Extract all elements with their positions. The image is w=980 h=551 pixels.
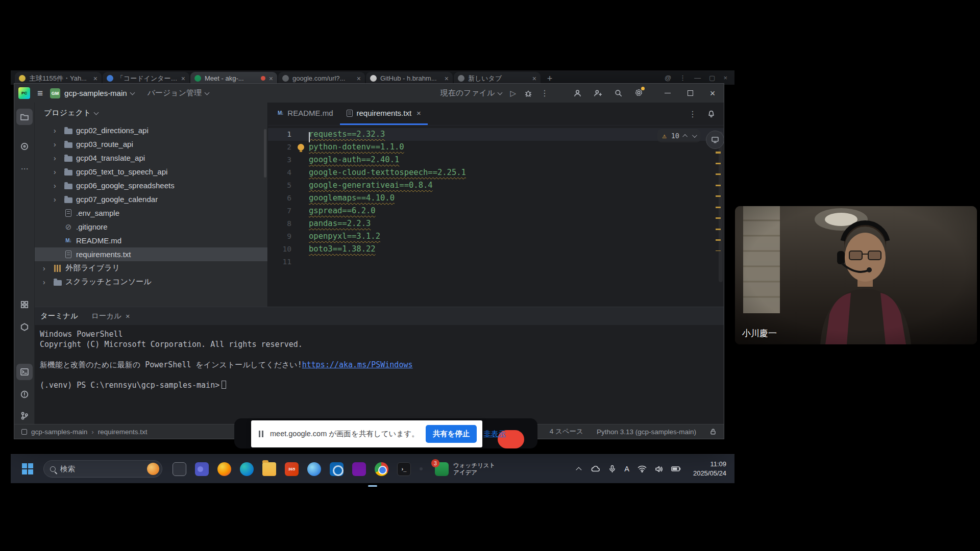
browser-close-icon[interactable]: × bbox=[723, 74, 727, 82]
tab-close-icon[interactable]: × bbox=[445, 74, 449, 83]
next-problem-icon[interactable] bbox=[692, 133, 697, 138]
main-menu-icon[interactable]: ≡ bbox=[37, 88, 43, 99]
code-with-me-icon[interactable] bbox=[573, 89, 582, 97]
project-name[interactable]: gcp-samples-main bbox=[64, 89, 127, 97]
edge-icon[interactable] bbox=[240, 462, 254, 476]
outlook-icon[interactable] bbox=[330, 462, 344, 476]
problems-icon[interactable] bbox=[16, 386, 33, 403]
maximize-button[interactable] bbox=[679, 84, 701, 103]
project-panel-header[interactable]: プロジェクト bbox=[35, 103, 267, 123]
debug-icon[interactable] bbox=[524, 89, 532, 97]
terminal-session-tab[interactable]: ローカル × bbox=[91, 311, 130, 321]
editor-area[interactable]: 1requests==2.32.3 2python-dotenv==1.1.0 … bbox=[268, 126, 724, 307]
powershell-update-link[interactable]: https://aka.ms/PSWindows bbox=[302, 360, 413, 369]
hide-banner-link[interactable]: 非表示 bbox=[483, 429, 506, 439]
tree-item-scratches[interactable]: ›スクラッチとコンソール bbox=[35, 275, 267, 289]
lock-icon[interactable] bbox=[709, 428, 717, 435]
tree-item-requirements-selected[interactable]: requirements.txt bbox=[35, 247, 267, 261]
commit-tool-icon[interactable] bbox=[16, 138, 33, 155]
editor-options-icon[interactable]: ⋮ bbox=[689, 109, 697, 119]
microphone-icon[interactable] bbox=[608, 465, 616, 473]
notifications-bell-icon[interactable] bbox=[707, 110, 716, 118]
weather-icon[interactable] bbox=[147, 463, 159, 475]
pycharm-taskbar-item-active[interactable] bbox=[420, 467, 423, 470]
taskbar-search[interactable]: 検索 bbox=[43, 460, 162, 478]
tree-item-folder[interactable]: ›gcp06_google_spreadsheets bbox=[35, 179, 267, 192]
intention-bulb-icon[interactable] bbox=[298, 144, 304, 151]
screen-share-indicator-icon[interactable] bbox=[706, 131, 724, 149]
run-button[interactable]: ▷ bbox=[510, 89, 516, 98]
project-scrollbar[interactable] bbox=[264, 129, 266, 178]
start-button[interactable] bbox=[19, 460, 36, 478]
teams-icon[interactable] bbox=[195, 462, 209, 476]
taskbar-clock[interactable]: 11:09 2025/05/24 bbox=[693, 460, 726, 478]
code-text: google-cloud-texttospeech==2.25.1 bbox=[291, 166, 466, 179]
terminal-app-icon[interactable]: ›_ bbox=[397, 462, 411, 476]
indent-widget[interactable]: 4 スペース bbox=[550, 427, 583, 436]
search-everywhere-icon[interactable] bbox=[614, 89, 623, 97]
terminal-console[interactable]: Windows PowerShell Copyright (C) Microso… bbox=[35, 325, 724, 424]
vcs-menu[interactable]: バージョン管理 bbox=[148, 88, 209, 98]
tree-item-file[interactable]: .env_sample bbox=[35, 206, 267, 220]
firefox-icon[interactable] bbox=[217, 462, 231, 476]
participant-video-tile[interactable]: 小川慶一 bbox=[735, 206, 977, 344]
interpreter-widget[interactable]: Python 3.13 (gcp-samples-main) bbox=[597, 428, 696, 436]
minimize-button[interactable] bbox=[656, 84, 679, 103]
tab-close-icon[interactable]: × bbox=[357, 74, 361, 83]
code-text: requests==2.32.3 bbox=[291, 128, 385, 141]
onenote-icon[interactable] bbox=[352, 462, 366, 476]
editor-tab-requirements[interactable]: requirements.txt × bbox=[340, 103, 428, 125]
profile-avatar-icon[interactable]: @ bbox=[665, 74, 671, 82]
plugins-icon[interactable] bbox=[16, 296, 33, 313]
widgets-taskbar-item[interactable]: 3 ウォッチリスト アイデア bbox=[435, 462, 495, 477]
breadcrumb-project[interactable]: gcp-samples-main bbox=[31, 428, 87, 436]
tab-close-icon[interactable]: × bbox=[269, 74, 273, 83]
tree-item-readme[interactable]: M↓README.md bbox=[35, 234, 267, 247]
tree-item-folder[interactable]: ›gcp05_text_to_speech_api bbox=[35, 165, 267, 179]
add-user-icon[interactable] bbox=[594, 89, 602, 97]
terminal-prompt-line[interactable]: (.venv) PS C:\rennsyu\gcp-samples-main> bbox=[40, 380, 724, 390]
tab-close-icon[interactable]: × bbox=[181, 74, 185, 83]
browser-maximize-icon[interactable]: ▢ bbox=[709, 74, 715, 82]
ime-mode-indicator[interactable]: A bbox=[624, 465, 629, 473]
battery-icon[interactable] bbox=[671, 466, 681, 472]
more-run-options-icon[interactable]: ⋮ bbox=[541, 88, 549, 98]
stop-sharing-button[interactable]: 共有を停止 bbox=[426, 425, 477, 443]
version-control-icon[interactable] bbox=[16, 408, 33, 424]
chrome-icon[interactable] bbox=[375, 462, 388, 476]
tree-item-folder[interactable]: ›gcp07_google_calendar bbox=[35, 192, 267, 206]
tray-overflow-icon[interactable] bbox=[576, 467, 581, 472]
inspection-widget[interactable]: ⚠ 10 bbox=[657, 129, 700, 142]
close-button[interactable]: × bbox=[701, 84, 724, 103]
editor-tab-readme[interactable]: M↓ README.md bbox=[271, 103, 340, 125]
more-tool-windows-icon[interactable]: ⋯ bbox=[16, 161, 33, 177]
copilot-icon[interactable] bbox=[307, 462, 321, 476]
settings-button[interactable] bbox=[634, 88, 643, 98]
wifi-icon[interactable] bbox=[638, 465, 647, 472]
terminal-tool-tab[interactable]: ターミナル bbox=[40, 311, 78, 321]
browser-minimize-icon[interactable]: — bbox=[694, 74, 701, 82]
breadcrumb-file[interactable]: requirements.txt bbox=[98, 428, 148, 436]
prev-problem-icon[interactable] bbox=[682, 134, 688, 139]
volume-icon[interactable] bbox=[655, 465, 663, 473]
tree-item-folder[interactable]: ›gcp03_route_api bbox=[35, 137, 267, 151]
browser-menu-icon[interactable]: ⋮ bbox=[679, 74, 686, 82]
tree-item-gitignore[interactable]: ⊘.gitignore bbox=[35, 220, 267, 234]
tree-item-folder[interactable]: ›gcp02_directions_api bbox=[35, 123, 267, 137]
tab-close-icon[interactable]: × bbox=[93, 74, 97, 83]
microsoft-365-icon[interactable]: 365 bbox=[285, 462, 299, 476]
tab-close-icon[interactable]: × bbox=[416, 109, 421, 117]
tab-close-icon[interactable]: × bbox=[126, 312, 130, 320]
onedrive-cloud-icon[interactable] bbox=[590, 465, 600, 473]
chevron-down-icon bbox=[130, 90, 135, 95]
desktop-app-icon[interactable] bbox=[173, 462, 186, 476]
tree-item-external-libraries[interactable]: ›外部ライブラリ bbox=[35, 261, 267, 275]
status-breadcrumb[interactable]: gcp-samples-main › requirements.txt bbox=[21, 428, 148, 436]
project-tool-icon[interactable] bbox=[16, 109, 33, 125]
tree-item-folder[interactable]: ›gcp04_translate_api bbox=[35, 151, 267, 165]
services-icon[interactable] bbox=[16, 319, 33, 335]
terminal-tool-icon[interactable] bbox=[16, 364, 33, 380]
tab-close-icon[interactable]: × bbox=[532, 74, 536, 83]
run-config-selector[interactable]: 現在のファイル bbox=[440, 88, 502, 98]
file-explorer-icon[interactable] bbox=[262, 462, 276, 476]
